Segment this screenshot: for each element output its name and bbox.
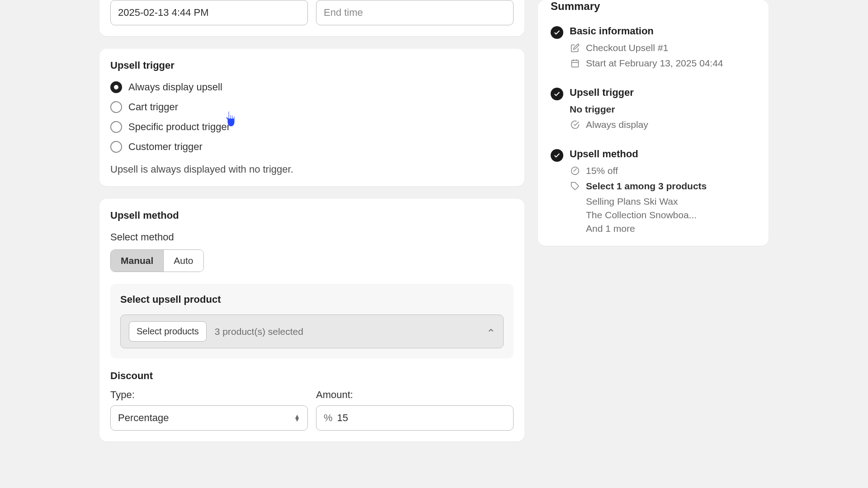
trigger-radio-group: Always display upsell Cart trigger Speci… <box>110 81 514 153</box>
svg-point-4 <box>571 167 579 175</box>
tag-icon <box>570 181 580 192</box>
auto-tab[interactable]: Auto <box>164 250 203 272</box>
summary-start-line: Start at February 13, 2025 04:44 <box>570 58 756 69</box>
radio-unselected-icon <box>110 141 122 153</box>
start-time-input[interactable] <box>110 0 308 25</box>
summary-name-line: Checkout Upsell #1 <box>570 42 756 53</box>
summary-product-list: Selling Plans Ski Wax The Collection Sno… <box>586 196 756 234</box>
summary-discount-line: 15% off <box>570 165 756 176</box>
list-item: Selling Plans Ski Wax <box>586 196 756 207</box>
discount-icon <box>570 165 580 176</box>
radio-customer-trigger[interactable]: Customer trigger <box>110 141 514 153</box>
radio-label: Customer trigger <box>128 141 203 153</box>
list-item: And 1 more <box>586 223 756 234</box>
select-stepper-icon: ▲▼ <box>294 415 300 421</box>
list-item: The Collection Snowboa... <box>586 210 756 221</box>
radio-label: Specific product trigger <box>128 121 230 133</box>
check-circle-icon <box>551 26 563 39</box>
svg-rect-0 <box>572 60 579 67</box>
amount-prefix: % <box>324 412 333 424</box>
amount-label: Amount: <box>316 389 514 401</box>
select-product-subcard: Select upsell product Select products 3 … <box>110 284 514 358</box>
check-circle-icon <box>551 149 563 162</box>
radio-cart-trigger[interactable]: Cart trigger <box>110 101 514 113</box>
amount-value: 15 <box>337 412 348 424</box>
summary-method-section: Upsell method 15% off Select 1 among 3 p… <box>551 148 756 234</box>
chevron-up-icon <box>487 326 495 337</box>
discount-type-value: Percentage <box>118 412 169 424</box>
summary-method-heading: Upsell method <box>570 148 756 160</box>
summary-select-line: Select 1 among 3 products <box>570 181 756 192</box>
radio-unselected-icon <box>110 121 122 133</box>
end-time-input[interactable] <box>316 0 514 25</box>
upsell-method-card: Upsell method Select method Manual Auto … <box>99 199 524 441</box>
discount-type-select[interactable]: Percentage ▲▼ <box>110 405 308 431</box>
check-circle-outline-icon <box>570 119 580 130</box>
discount-section: Discount Type: Percentage ▲▼ Amount: <box>110 370 514 431</box>
upsell-trigger-card: Upsell trigger Always display upsell Car… <box>99 49 524 186</box>
summary-trigger-subheading: No trigger <box>570 104 756 115</box>
summary-title: Summary <box>551 0 756 13</box>
summary-basic-heading: Basic information <box>570 25 756 37</box>
method-segmented-control: Manual Auto <box>110 249 204 272</box>
calendar-icon <box>570 58 580 69</box>
product-selector-bar[interactable]: Select products 3 product(s) selected <box>120 314 504 348</box>
summary-basic-section: Basic information Checkout Upsell #1 Sta… <box>551 25 756 73</box>
pencil-icon <box>570 42 580 53</box>
type-label: Type: <box>110 389 308 401</box>
discount-title: Discount <box>110 370 514 382</box>
summary-trigger-section: Upsell trigger No trigger Always display <box>551 87 756 135</box>
select-method-label: Select method <box>110 231 514 243</box>
trigger-helper-text: Upsell is always displayed with no trigg… <box>110 164 514 175</box>
summary-trigger-detail: Always display <box>570 119 756 130</box>
radio-always-display[interactable]: Always display upsell <box>110 81 514 93</box>
upsell-trigger-title: Upsell trigger <box>110 60 514 71</box>
discount-amount-input[interactable]: % 15 <box>316 405 514 431</box>
select-products-button[interactable]: Select products <box>129 321 207 342</box>
summary-trigger-heading: Upsell trigger <box>570 87 756 99</box>
radio-specific-product[interactable]: Specific product trigger <box>110 121 514 133</box>
radio-unselected-icon <box>110 101 122 113</box>
radio-selected-icon <box>110 81 122 93</box>
check-circle-icon <box>551 88 563 100</box>
summary-card: Summary Basic information Checkout Upsel… <box>538 0 769 246</box>
radio-label: Cart trigger <box>128 101 178 113</box>
dates-card <box>99 0 524 36</box>
select-product-title: Select upsell product <box>120 294 504 305</box>
selected-count-text: 3 product(s) selected <box>215 326 479 337</box>
upsell-method-title: Upsell method <box>110 210 514 221</box>
manual-tab[interactable]: Manual <box>111 250 164 272</box>
radio-label: Always display upsell <box>128 81 222 93</box>
